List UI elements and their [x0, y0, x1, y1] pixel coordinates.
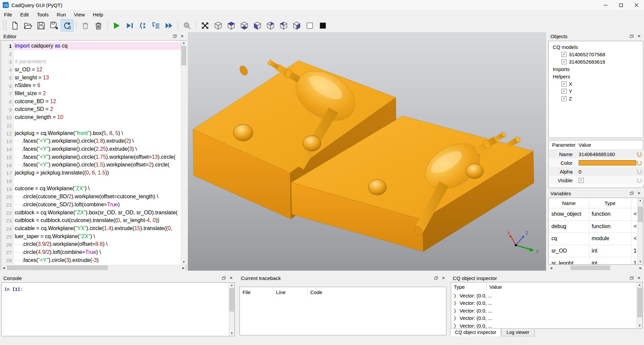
- toolbar-grip[interactable]: [3, 20, 6, 30]
- menu-edit[interactable]: Edit: [16, 11, 33, 18]
- code-line[interactable]: jackplug = cq.Workplane("front").box(5, …: [13, 129, 181, 137]
- scroll-down-arrow[interactable]: ▼: [637, 324, 642, 327]
- editor-hscrollbar[interactable]: ◀ ▶: [1, 265, 186, 271]
- tree-item[interactable]: ✓X: [561, 80, 572, 87]
- tree-item[interactable]: ✓Z: [561, 95, 572, 102]
- console-close-button[interactable]: ✕: [229, 276, 233, 280]
- code-line[interactable]: ····.circle(3.9/2).workplane(offset=8.6)…: [13, 240, 181, 249]
- run-button[interactable]: [110, 19, 123, 31]
- objects-close-button[interactable]: ✕: [637, 34, 641, 39]
- code-editor[interactable]: 1234567891011121314151617181920212223242…: [1, 40, 186, 271]
- expand-chevron-icon[interactable]: ❯: [453, 323, 457, 328]
- tree-item[interactable]: ✓3140652683616: [561, 58, 605, 65]
- tree-item[interactable]: ✓Y: [561, 87, 572, 95]
- code-line[interactable]: nSides = 6: [13, 82, 181, 90]
- inspector-float-button[interactable]: [629, 276, 634, 280]
- code-line[interactable]: cutblock = cq.Workplane("ZX").box(sr_OD,…: [13, 209, 181, 217]
- inspect-button[interactable]: [180, 19, 193, 31]
- scroll-left-arrow[interactable]: ◀: [1, 265, 6, 271]
- scroll-down-arrow[interactable]: ▼: [181, 261, 186, 264]
- editor-vscroll-thumb[interactable]: [181, 46, 186, 65]
- code-line[interactable]: jackplug = jackplug.translate((0, 6, 1.5…: [13, 169, 181, 177]
- menu-help[interactable]: Help: [89, 11, 107, 18]
- variables-float-button[interactable]: [629, 191, 634, 196]
- tree-item[interactable]: ✓3140652707568: [561, 51, 605, 58]
- param-value[interactable]: ✓: [579, 178, 586, 183]
- tree-group-cq-models[interactable]: CQ models: [553, 43, 578, 51]
- inspector-row[interactable]: ❯Vector: (0.0, ...: [451, 292, 632, 299]
- scroll-down-arrow[interactable]: ▼: [638, 260, 643, 263]
- fit-view-button[interactable]: [199, 19, 211, 31]
- scroll-right-arrow[interactable]: ▶: [181, 265, 186, 271]
- tab-cq-object-inspector[interactable]: CQ object inspector: [450, 328, 501, 336]
- console-panel[interactable]: In [1]: ▲ ▼: [1, 282, 235, 336]
- code-line[interactable]: sr_lenght = 13: [13, 74, 181, 82]
- editor-close-button[interactable]: ✕: [180, 34, 184, 39]
- inspector-row[interactable]: ❯Vector: (0.0, ...: [451, 315, 632, 322]
- code-line[interactable]: fillet_size = 2: [13, 89, 181, 97]
- menu-tools[interactable]: Tools: [33, 11, 53, 18]
- continue-button[interactable]: [162, 19, 175, 31]
- scroll-left-arrow[interactable]: ◀: [548, 265, 554, 271]
- console-vscroll-thumb[interactable]: [229, 288, 234, 312]
- param-value[interactable]: 0: [579, 169, 581, 175]
- expand-chevron-icon[interactable]: ❯: [453, 300, 457, 305]
- variables-vscrollbar[interactable]: ▲ ▼: [637, 198, 643, 264]
- code-line[interactable]: # parameters: [13, 58, 181, 66]
- color-swatch[interactable]: [579, 160, 636, 165]
- code-line[interactable]: ····.faces("<Y").workplane().circle(1.5)…: [13, 161, 181, 169]
- inspector-row[interactable]: ❯Vector: (0.0, ...: [451, 299, 632, 307]
- reload-button[interactable]: [61, 19, 73, 31]
- editor-vscrollbar[interactable]: ▲ ▼: [181, 41, 186, 265]
- scroll-up-arrow[interactable]: ▲: [638, 199, 643, 202]
- traceback-close-button[interactable]: ✕: [441, 276, 446, 280]
- view-right-button[interactable]: [290, 19, 303, 31]
- code-line[interactable]: ····.circle(cutcone_BD/2).workplane(offs…: [13, 193, 181, 201]
- code-line[interactable]: cutcone_BD = 12: [13, 97, 181, 106]
- code-line[interactable]: ····.faces("<Y").workplane().circle(1.75…: [13, 153, 181, 161]
- inspector-vscroll-thumb[interactable]: [637, 288, 642, 317]
- wireframe-mode-button[interactable]: [303, 19, 316, 31]
- tab-log-viewer[interactable]: Log viewer: [501, 328, 535, 336]
- view-iso-button[interactable]: [212, 19, 224, 31]
- checkbox[interactable]: ✓: [561, 96, 567, 101]
- code-line[interactable]: ····.circle(cutcone_SD/2).loft(combine=T…: [13, 201, 181, 209]
- checkbox[interactable]: ✓: [561, 81, 567, 86]
- code-line[interactable]: ····.faces("<Y").workplane().circle(2.25…: [13, 145, 181, 153]
- code-line[interactable]: cutcone_length = 10: [13, 113, 181, 121]
- step-button[interactable]: [149, 19, 162, 31]
- inspector-vscrollbar[interactable]: ▲ ▼: [637, 282, 642, 328]
- view-back-button[interactable]: [264, 19, 277, 31]
- code-line[interactable]: [13, 177, 181, 185]
- editor-code-area[interactable]: import cadquery as cq# parameterssr_OD =…: [13, 41, 181, 265]
- save-button[interactable]: [35, 19, 47, 31]
- scroll-up-arrow[interactable]: ▲: [637, 283, 642, 286]
- menu-run[interactable]: Run: [53, 11, 70, 18]
- code-line[interactable]: sr_OD = 12: [13, 66, 181, 74]
- objects-float-button[interactable]: [629, 34, 634, 39]
- viewport-3d[interactable]: X Z Y: [188, 32, 546, 271]
- code-line[interactable]: cutcone = cq.Workplane("ZX") \: [13, 185, 181, 193]
- toggle-breakpoint-button[interactable]: [136, 19, 149, 31]
- traceback-float-button[interactable]: [434, 276, 438, 280]
- checkbox[interactable]: ✓: [561, 89, 567, 94]
- undo-button[interactable]: [636, 160, 642, 166]
- param-value[interactable]: 3140646685160: [579, 151, 615, 157]
- console-float-button[interactable]: [221, 276, 226, 280]
- view-front-button[interactable]: [251, 19, 264, 31]
- view-bottom-button[interactable]: [238, 19, 251, 31]
- undo-button[interactable]: [636, 151, 642, 157]
- tree-group-imports[interactable]: Imports: [553, 65, 570, 73]
- code-line[interactable]: cutcable = cq.Workplane("YX").circle(1.4…: [13, 224, 181, 232]
- tree-group-helpers[interactable]: Helpers: [553, 73, 570, 80]
- scroll-down-arrow[interactable]: ▼: [229, 332, 234, 335]
- menu-file[interactable]: File: [0, 11, 16, 18]
- variables-hscrollbar[interactable]: ◀ ▶: [548, 265, 643, 271]
- delete-render-button[interactable]: [79, 19, 92, 31]
- code-line[interactable]: luer_taper = cq.Workplane("ZX") \: [13, 232, 181, 240]
- scroll-up-arrow[interactable]: ▲: [229, 284, 234, 287]
- shaded-mode-button[interactable]: [316, 19, 329, 31]
- scroll-up-arrow[interactable]: ▲: [181, 42, 186, 45]
- maximize-button[interactable]: [613, 0, 629, 10]
- delete-all-button[interactable]: [92, 19, 105, 31]
